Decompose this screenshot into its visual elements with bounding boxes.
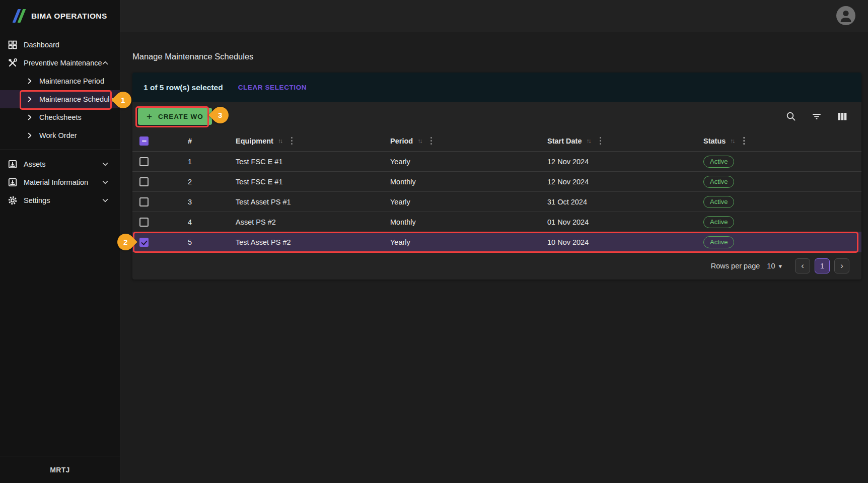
material-information-icon: [7, 177, 18, 188]
cell-period: Monthly: [390, 178, 547, 186]
column-header-status: Status: [703, 137, 726, 145]
cell-period: Monthly: [390, 218, 547, 226]
table-row[interactable]: 1 Test FSC E #1 Yearly 12 Nov 2024 Activ…: [132, 152, 861, 172]
rows-per-page-label: Rows per page: [711, 262, 760, 270]
page-title: Manage Maintenance Schedules: [132, 52, 868, 61]
rows-per-page-value: 10: [767, 262, 775, 270]
chevron-right-icon: [25, 77, 34, 86]
table-row[interactable]: 2 Test FSC E #1 Monthly 12 Nov 2024 Acti…: [132, 172, 861, 192]
sidebar-item-label: Work Order: [39, 131, 77, 140]
search-icon[interactable]: [785, 110, 797, 122]
table-row[interactable]: 4 Asset PS #2 Monthly 01 Nov 2024 Active: [132, 212, 861, 232]
cell-num: 1: [188, 158, 236, 166]
sidebar-divider: [0, 150, 120, 150]
cell-start-date: 10 Nov 2024: [547, 238, 703, 246]
status-badge: Active: [703, 196, 734, 208]
logo-slashes-icon: [15, 9, 23, 23]
user-avatar[interactable]: [836, 6, 855, 25]
sort-icon[interactable]: ↑↓: [730, 137, 734, 145]
sidebar-item-label: Dashboard: [24, 41, 59, 49]
table-toolbar: + CREATE WO: [132, 102, 861, 130]
cell-period: Yearly: [390, 198, 547, 206]
plus-icon: +: [147, 112, 153, 121]
column-header-num: #: [188, 137, 192, 145]
chevron-down-icon: [101, 178, 110, 187]
sidebar-item-checksheets[interactable]: Checksheets: [0, 108, 120, 126]
sidebar-item-preventive-maintenance[interactable]: Preventive Maintenance: [0, 54, 120, 72]
cell-start-date: 31 Oct 2024: [547, 198, 703, 206]
sidebar-item-settings[interactable]: Settings: [0, 191, 120, 210]
cell-equipment: Asset PS #2: [236, 218, 390, 226]
sidebar-item-label: Preventive Maintenance: [24, 59, 102, 67]
cell-num: 4: [188, 218, 236, 226]
column-menu-icon[interactable]: [599, 136, 602, 146]
schedules-card: 1 of 5 row(s) selected CLEAR SELECTION +…: [132, 73, 861, 280]
app-logo: BIMA OPERATIONS: [0, 0, 120, 32]
row-checkbox[interactable]: [139, 218, 149, 227]
sidebar-item-label: Maintenance Schedule: [39, 95, 114, 103]
gear-icon: [7, 195, 18, 206]
row-checkbox[interactable]: [139, 238, 149, 247]
cell-start-date: 12 Nov 2024: [547, 178, 703, 186]
sidebar-item-assets[interactable]: Assets: [0, 155, 120, 173]
selection-count-text: 1 of 5 row(s) selected: [143, 83, 223, 92]
row-checkbox[interactable]: [139, 177, 149, 186]
cell-equipment: Test Asset PS #2: [236, 238, 390, 246]
pager: ‹ 1 ›: [795, 258, 849, 273]
sidebar-item-maintenance-period[interactable]: Maintenance Period: [0, 72, 120, 90]
tenant-label: MRTJ: [50, 466, 69, 474]
sidebar-item-maintenance-schedule[interactable]: Maintenance Schedule: [0, 90, 120, 108]
status-badge: Active: [703, 236, 734, 248]
sort-icon[interactable]: ↑↓: [417, 137, 421, 145]
app-title: BIMA OPERATIONS: [31, 12, 107, 21]
create-wo-button[interactable]: + CREATE WO: [138, 108, 212, 125]
cell-start-date: 01 Nov 2024: [547, 218, 703, 226]
rows-per-page-select[interactable]: 10 ▾: [767, 262, 782, 270]
chevron-right-icon: [25, 95, 34, 104]
sidebar-item-work-order[interactable]: Work Order: [0, 126, 120, 145]
caret-down-icon: ▾: [778, 262, 782, 270]
sidebar-item-dashboard[interactable]: Dashboard: [0, 36, 120, 54]
column-menu-icon[interactable]: [290, 136, 294, 146]
sort-icon[interactable]: ↑↓: [278, 137, 282, 145]
table-row[interactable]: 3 Test Asset PS #1 Yearly 31 Oct 2024 Ac…: [132, 192, 861, 212]
columns-icon[interactable]: [836, 110, 848, 122]
column-header-start-date: Start Date: [547, 137, 582, 145]
row-checkbox[interactable]: [139, 157, 149, 166]
table-row-selected[interactable]: 5 Test Asset PS #2 Yearly 10 Nov 2024 Ac…: [132, 232, 861, 252]
sidebar-footer: MRTJ: [0, 456, 120, 483]
chevron-down-icon: [101, 160, 110, 169]
column-menu-icon[interactable]: [429, 136, 433, 146]
cell-start-date: 12 Nov 2024: [547, 158, 703, 166]
person-icon: [836, 6, 855, 25]
create-wo-label: CREATE WO: [158, 113, 203, 120]
selection-bar: 1 of 5 row(s) selected CLEAR SELECTION: [132, 73, 861, 102]
table-header-row: # Equipment ↑↓ Period ↑↓ Start Date ↑↓ S…: [132, 130, 861, 152]
select-all-checkbox[interactable]: [139, 136, 149, 146]
column-header-period: Period: [390, 137, 413, 145]
cell-period: Yearly: [390, 158, 547, 166]
filter-icon[interactable]: [811, 110, 823, 122]
previous-page-button[interactable]: ‹: [795, 258, 810, 273]
sidebar-item-material-information[interactable]: Material Information: [0, 173, 120, 191]
sidebar-item-label: Settings: [24, 196, 50, 204]
cell-period: Yearly: [390, 238, 547, 246]
cell-num: 2: [188, 178, 236, 186]
column-header-equipment: Equipment: [236, 137, 273, 145]
sort-icon[interactable]: ↑↓: [587, 137, 591, 145]
status-badge: Active: [703, 156, 734, 168]
column-menu-icon[interactable]: [742, 136, 746, 146]
table-footer: Rows per page 10 ▾ ‹ 1 ›: [132, 252, 861, 280]
cell-num: 5: [188, 238, 236, 246]
next-page-button[interactable]: ›: [834, 258, 849, 273]
tools-icon: [7, 57, 18, 68]
row-checkbox[interactable]: [139, 197, 149, 206]
toolbar-icons: [785, 110, 848, 122]
sidebar: BIMA OPERATIONS Dashboard: [0, 0, 120, 483]
current-page-button[interactable]: 1: [815, 258, 830, 273]
status-badge: Active: [703, 176, 734, 188]
chevron-right-icon: [25, 113, 34, 122]
clear-selection-button[interactable]: CLEAR SELECTION: [233, 80, 312, 95]
dashboard-icon: [7, 39, 18, 50]
cell-equipment: Test FSC E #1: [236, 178, 390, 186]
